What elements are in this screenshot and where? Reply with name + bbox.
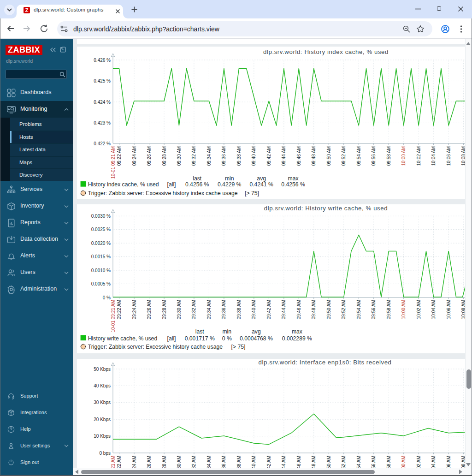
svg-text:avg: avg bbox=[252, 328, 261, 335]
svg-text:10:04 AM: 10:04 AM bbox=[431, 146, 436, 166]
svg-text:40 Kbps: 40 Kbps bbox=[94, 383, 111, 388]
svg-text:[> 75]: [> 75] bbox=[245, 190, 259, 196]
svg-text:0.423 %: 0.423 % bbox=[94, 120, 111, 125]
svg-text:09:58 AM: 09:58 AM bbox=[386, 146, 391, 166]
svg-text:max: max bbox=[292, 328, 302, 335]
svg-text:10:08 AM: 10:08 AM bbox=[461, 456, 465, 468]
svg-text:09:26 AM: 09:26 AM bbox=[147, 456, 152, 468]
svg-text:09:54 AM: 09:54 AM bbox=[356, 146, 361, 166]
svg-text:0.425 %: 0.425 % bbox=[94, 78, 111, 83]
svg-text:dlp.srv.world: Interface enp1s: dlp.srv.world: Interface enp1s0: Bits re… bbox=[258, 359, 391, 366]
svg-text:09:50 AM: 09:50 AM bbox=[326, 456, 331, 468]
svg-text:09:40 AM: 09:40 AM bbox=[251, 146, 256, 166]
svg-text:09:44 AM: 09:44 AM bbox=[281, 300, 286, 319]
svg-text:09:22 AM: 09:22 AM bbox=[117, 300, 122, 319]
svg-text:dlp.srv.world: History index c: dlp.srv.world: History index cache, % us… bbox=[263, 48, 389, 55]
svg-text:10:06 AM: 10:06 AM bbox=[446, 146, 451, 166]
svg-text:09:30 AM: 09:30 AM bbox=[177, 146, 182, 166]
svg-text:10 Kbps: 10 Kbps bbox=[94, 434, 111, 439]
svg-text:09:58 AM: 09:58 AM bbox=[386, 456, 391, 468]
svg-text:10:06 AM: 10:06 AM bbox=[446, 456, 451, 468]
svg-text:09:32 AM: 09:32 AM bbox=[191, 146, 196, 166]
svg-text:09:32 AM: 09:32 AM bbox=[191, 300, 196, 319]
svg-text:0.0010 %: 0.0010 % bbox=[91, 268, 111, 273]
svg-text:10:04 AM: 10:04 AM bbox=[431, 456, 436, 468]
svg-text:09:40 AM: 09:40 AM bbox=[251, 456, 256, 468]
svg-text:09:34 AM: 09:34 AM bbox=[206, 146, 212, 166]
svg-text:0.0020 %: 0.0020 % bbox=[91, 241, 111, 246]
svg-text:10:08 AM: 10:08 AM bbox=[461, 300, 465, 319]
svg-text:09:36 AM: 09:36 AM bbox=[221, 300, 226, 319]
svg-text:0.0025 %: 0.0025 % bbox=[91, 227, 111, 232]
svg-text:09:28 AM: 09:28 AM bbox=[162, 146, 167, 166]
svg-text:09:48 AM: 09:48 AM bbox=[311, 300, 316, 319]
svg-text:09:50 AM: 09:50 AM bbox=[326, 146, 331, 166]
svg-text:09:54 AM: 09:54 AM bbox=[356, 456, 361, 468]
svg-text:09:24 AM: 09:24 AM bbox=[132, 456, 137, 468]
svg-text:0.0004768 %: 0.0004768 % bbox=[240, 335, 273, 342]
svg-text:09:42 AM: 09:42 AM bbox=[266, 300, 271, 319]
svg-text:09:22 AM: 09:22 AM bbox=[117, 456, 122, 468]
svg-text:09:22 AM: 09:22 AM bbox=[117, 146, 122, 166]
svg-text:Trigger: Zabbix server: Excess: Trigger: Zabbix server: Excessive histor… bbox=[88, 190, 238, 196]
svg-text:min: min bbox=[225, 175, 234, 182]
svg-text:09:28 AM: 09:28 AM bbox=[162, 456, 167, 468]
svg-text:09:34 AM: 09:34 AM bbox=[206, 300, 212, 319]
svg-text:09:46 AM: 09:46 AM bbox=[296, 146, 301, 166]
svg-text:0.4241 %: 0.4241 % bbox=[249, 181, 273, 188]
svg-text:0.4256 %: 0.4256 % bbox=[281, 181, 305, 188]
svg-text:0.4256 %: 0.4256 % bbox=[185, 181, 209, 188]
svg-text:avg: avg bbox=[257, 175, 266, 182]
svg-text:10:00 AM: 10:00 AM bbox=[401, 146, 406, 166]
svg-text:09:56 AM: 09:56 AM bbox=[371, 300, 376, 319]
svg-text:09:40 AM: 09:40 AM bbox=[251, 300, 256, 319]
svg-text:[> 75]: [> 75] bbox=[231, 344, 246, 350]
svg-text:[all]: [all] bbox=[167, 181, 176, 188]
svg-text:0.0015 %: 0.0015 % bbox=[91, 254, 111, 259]
svg-text:0.0005 %: 0.0005 % bbox=[91, 281, 111, 286]
svg-text:09:42 AM: 09:42 AM bbox=[266, 456, 271, 468]
svg-text:10-01 09:21 AM: 10-01 09:21 AM bbox=[111, 146, 116, 179]
svg-text:10:04 AM: 10:04 AM bbox=[431, 300, 436, 319]
svg-text:09:48 AM: 09:48 AM bbox=[311, 146, 316, 166]
svg-text:09:46 AM: 09:46 AM bbox=[296, 456, 301, 468]
svg-text:50 Kbps: 50 Kbps bbox=[94, 367, 111, 372]
svg-text:dlp.srv.world: History write c: dlp.srv.world: History write cache, % us… bbox=[264, 205, 388, 212]
svg-text:20 Kbps: 20 Kbps bbox=[94, 417, 111, 422]
svg-text:10-01 09:21 AM: 10-01 09:21 AM bbox=[111, 300, 116, 333]
svg-text:0.002289 %: 0.002289 % bbox=[282, 335, 312, 342]
svg-text:09:48 AM: 09:48 AM bbox=[311, 456, 316, 468]
svg-text:09:36 AM: 09:36 AM bbox=[221, 146, 226, 166]
svg-text:0 bps: 0 bps bbox=[100, 451, 111, 456]
svg-text:09:38 AM: 09:38 AM bbox=[236, 146, 242, 166]
svg-text:09:50 AM: 09:50 AM bbox=[326, 300, 331, 319]
svg-text:09:24 AM: 09:24 AM bbox=[132, 300, 137, 319]
svg-text:last: last bbox=[193, 175, 202, 182]
svg-text:min: min bbox=[222, 328, 231, 335]
svg-text:09:56 AM: 09:56 AM bbox=[371, 146, 376, 166]
svg-text:09:28 AM: 09:28 AM bbox=[162, 300, 167, 319]
svg-text:09:58 AM: 09:58 AM bbox=[386, 300, 391, 319]
svg-text:10:08 AM: 10:08 AM bbox=[461, 146, 465, 166]
svg-text:10:02 AM: 10:02 AM bbox=[416, 456, 421, 468]
svg-text:0 %: 0 % bbox=[103, 295, 111, 300]
svg-text:09:26 AM: 09:26 AM bbox=[147, 146, 152, 166]
svg-text:max: max bbox=[288, 175, 298, 182]
svg-text:0.4229 %: 0.4229 % bbox=[218, 181, 242, 188]
svg-text:0.001717 %: 0.001717 % bbox=[185, 335, 215, 342]
svg-text:09:46 AM: 09:46 AM bbox=[296, 300, 301, 319]
svg-text:History write cache, % used: History write cache, % used bbox=[88, 335, 157, 342]
svg-text:10-01 09:21 AM: 10-01 09:21 AM bbox=[111, 456, 116, 468]
svg-text:0.0030 %: 0.0030 % bbox=[91, 214, 111, 219]
svg-text:History index cache, % used: History index cache, % used bbox=[88, 181, 159, 188]
svg-text:last: last bbox=[195, 328, 205, 335]
svg-text:09:52 AM: 09:52 AM bbox=[341, 146, 346, 166]
svg-text:10:06 AM: 10:06 AM bbox=[446, 300, 451, 319]
svg-text:Trigger: Zabbix server: Excess: Trigger: Zabbix server: Excessive histor… bbox=[88, 344, 223, 350]
svg-text:0.426 %: 0.426 % bbox=[94, 58, 111, 63]
svg-text:09:54 AM: 09:54 AM bbox=[356, 300, 361, 319]
svg-text:10:00 AM: 10:00 AM bbox=[401, 300, 406, 319]
svg-text:09:52 AM: 09:52 AM bbox=[341, 300, 346, 319]
svg-text:09:34 AM: 09:34 AM bbox=[206, 456, 212, 468]
svg-text:09:38 AM: 09:38 AM bbox=[236, 456, 242, 468]
